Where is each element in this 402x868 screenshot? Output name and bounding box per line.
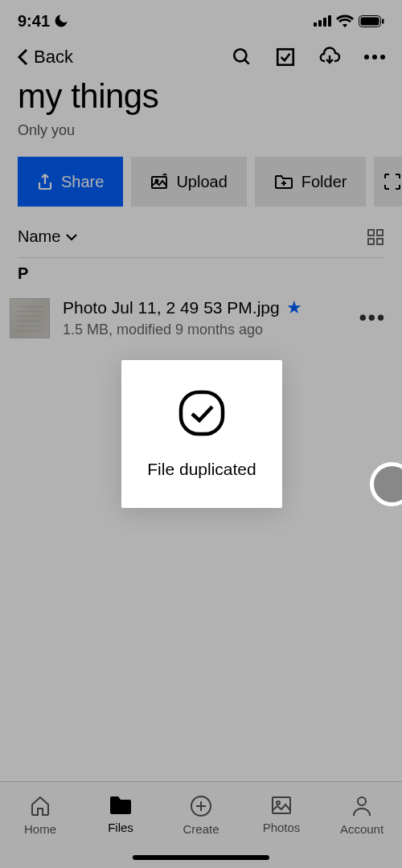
check-icon [176, 387, 228, 439]
home-indicator[interactable] [133, 855, 269, 860]
toast-message: File duplicated [147, 460, 256, 479]
svg-rect-22 [181, 392, 223, 434]
toast: File duplicated [121, 360, 282, 508]
